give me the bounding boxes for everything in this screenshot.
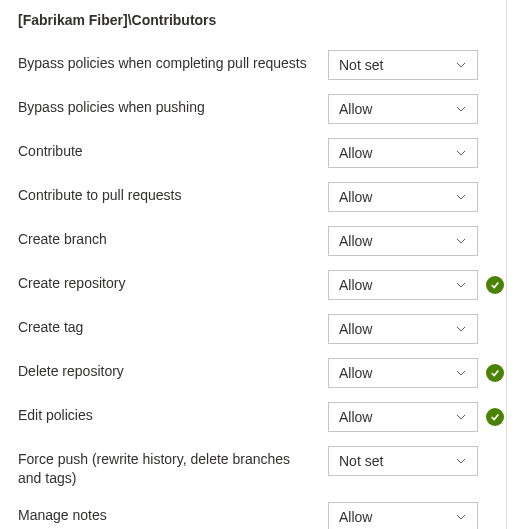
permission-row: Create repositoryAllow (18, 270, 517, 300)
permission-value: Allow (339, 365, 372, 381)
permission-label: Create branch (18, 226, 328, 249)
inherited-check-icon (486, 408, 504, 426)
permission-value: Not set (339, 57, 383, 73)
chevron-down-icon (455, 103, 467, 115)
inherited-check-icon (486, 276, 504, 294)
chevron-down-icon (455, 455, 467, 467)
permissions-panel: [Fabrikam Fiber]\Contributors Bypass pol… (0, 0, 517, 529)
chevron-down-icon (455, 279, 467, 291)
permission-value: Not set (339, 453, 383, 469)
permission-select[interactable]: Allow (328, 314, 478, 344)
permission-value: Allow (339, 409, 372, 425)
permission-select[interactable]: Allow (328, 182, 478, 212)
permission-select[interactable]: Allow (328, 502, 478, 529)
permission-value: Allow (339, 233, 372, 249)
permission-select[interactable]: Not set (328, 446, 478, 476)
permission-select[interactable]: Allow (328, 270, 478, 300)
permission-row: Contribute to pull requestsAllow (18, 182, 517, 212)
permission-label: Contribute to pull requests (18, 182, 328, 205)
permission-row: ContributeAllow (18, 138, 517, 168)
permission-value: Allow (339, 277, 372, 293)
permission-select[interactable]: Not set (328, 50, 478, 80)
permission-row: Bypass policies when pushingAllow (18, 94, 517, 124)
permission-value: Allow (339, 145, 372, 161)
permission-label: Delete repository (18, 358, 328, 381)
permission-row: Bypass policies when completing pull req… (18, 50, 517, 80)
chevron-down-icon (455, 59, 467, 71)
permission-value: Allow (339, 509, 372, 525)
permission-row: Force push (rewrite history, delete bran… (18, 446, 517, 488)
chevron-down-icon (455, 511, 467, 523)
permission-label: Bypass policies when completing pull req… (18, 50, 328, 73)
chevron-down-icon (455, 235, 467, 247)
permission-label: Manage notes (18, 502, 328, 525)
permission-select[interactable]: Allow (328, 226, 478, 256)
permission-row: Manage notesAllow (18, 502, 517, 529)
chevron-down-icon (455, 191, 467, 203)
permission-select[interactable]: Allow (328, 94, 478, 124)
permission-label: Create repository (18, 270, 328, 293)
permission-select[interactable]: Allow (328, 402, 478, 432)
chevron-down-icon (455, 411, 467, 423)
permission-label: Edit policies (18, 402, 328, 425)
divider-right (506, 0, 507, 529)
chevron-down-icon (455, 147, 467, 159)
permission-label: Contribute (18, 138, 328, 161)
permission-row: Create tagAllow (18, 314, 517, 344)
permission-value: Allow (339, 189, 372, 205)
permission-select[interactable]: Allow (328, 358, 478, 388)
permission-label: Bypass policies when pushing (18, 94, 328, 117)
inherited-check-icon (486, 364, 504, 382)
panel-header: [Fabrikam Fiber]\Contributors (18, 12, 517, 28)
chevron-down-icon (455, 323, 467, 335)
chevron-down-icon (455, 367, 467, 379)
permission-label: Force push (rewrite history, delete bran… (18, 446, 328, 488)
permission-row: Delete repositoryAllow (18, 358, 517, 388)
permission-row: Edit policiesAllow (18, 402, 517, 432)
permission-value: Allow (339, 101, 372, 117)
permission-row: Create branchAllow (18, 226, 517, 256)
permission-value: Allow (339, 321, 372, 337)
permission-label: Create tag (18, 314, 328, 337)
permission-select[interactable]: Allow (328, 138, 478, 168)
